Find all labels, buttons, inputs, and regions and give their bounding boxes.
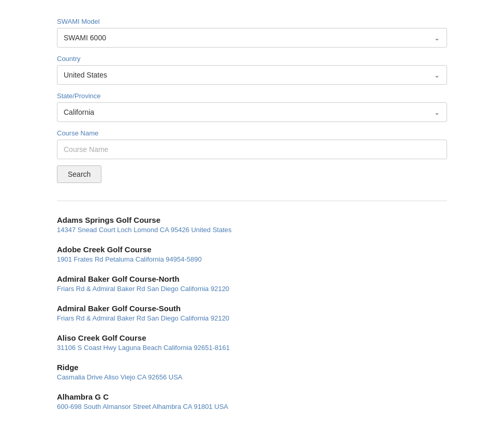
course-name: Admiral Baker Golf Course-South: [57, 304, 447, 313]
list-item[interactable]: Adams Springs Golf Course14347 Snead Cou…: [57, 216, 447, 234]
list-item[interactable]: Admiral Baker Golf Course-NorthFriars Rd…: [57, 274, 447, 293]
state-select[interactable]: CaliforniaTexasFloridaNew YorkArizona: [57, 102, 447, 122]
list-item[interactable]: RidgeCasmalia Drive Aliso Viejo CA 92656…: [57, 363, 447, 381]
course-name: Ridge: [57, 363, 447, 372]
course-name-label: Course Name: [57, 129, 447, 137]
course-address[interactable]: 600-698 South Almansor Street Alhambra C…: [57, 403, 447, 410]
course-name: Adams Springs Golf Course: [57, 216, 447, 224]
course-name: Adobe Creek Golf Course: [57, 245, 447, 254]
section-divider: [57, 201, 447, 201]
country-select[interactable]: United StatesCanadaUnited KingdomAustral…: [57, 65, 447, 85]
list-item[interactable]: Adobe Creek Golf Course1901 Frates Rd Pe…: [57, 245, 447, 263]
swami-model-label: SWAMI Model: [57, 18, 447, 25]
course-name: Admiral Baker Golf Course-North: [57, 274, 447, 283]
course-address[interactable]: Friars Rd & Admiral Baker Rd San Diego C…: [57, 285, 447, 293]
country-label: Country: [57, 55, 447, 63]
course-name-input[interactable]: [57, 140, 447, 159]
search-button[interactable]: Search: [57, 165, 101, 183]
country-wrapper: United StatesCanadaUnited KingdomAustral…: [57, 65, 447, 85]
course-address[interactable]: 1901 Frates Rd Petaluma California 94954…: [57, 255, 447, 263]
course-name: Alhambra G C: [57, 392, 447, 401]
course-address[interactable]: Friars Rd & Admiral Baker Rd San Diego C…: [57, 314, 447, 322]
results-list: Adams Springs Golf Course14347 Snead Cou…: [57, 213, 447, 410]
list-item[interactable]: Aliso Creek Golf Course31106 S Coast Hwy…: [57, 333, 447, 352]
course-address[interactable]: 31106 S Coast Hwy Laguna Beach Californi…: [57, 344, 447, 352]
swami-model-wrapper: SWAMI 6000SWAMI 5000SWAMI 4000 ⌄: [57, 28, 447, 48]
course-address[interactable]: Casmalia Drive Aliso Viejo CA 92656 USA: [57, 373, 447, 381]
state-label: State/Province: [57, 92, 447, 100]
course-name: Aliso Creek Golf Course: [57, 333, 447, 342]
list-item[interactable]: Admiral Baker Golf Course-SouthFriars Rd…: [57, 304, 447, 322]
state-wrapper: CaliforniaTexasFloridaNew YorkArizona ⌄: [57, 102, 447, 122]
course-address[interactable]: 14347 Snead Court Loch Lomond CA 95426 U…: [57, 226, 447, 234]
swami-model-select[interactable]: SWAMI 6000SWAMI 5000SWAMI 4000: [57, 28, 447, 48]
list-item[interactable]: Alhambra G C600-698 South Almansor Stree…: [57, 392, 447, 410]
